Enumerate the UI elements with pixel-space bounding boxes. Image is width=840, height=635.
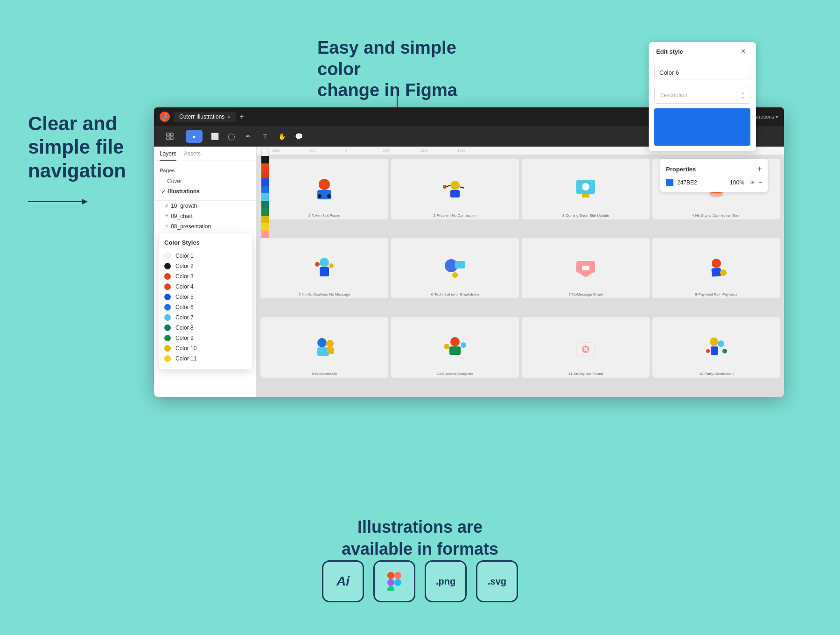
svg-point-39 [326, 340, 334, 347]
illustration-card[interactable]: 6-Technical error-Breakdown [391, 238, 519, 298]
properties-header: Properties + [666, 164, 762, 174]
arrow-line [28, 201, 84, 202]
svg-point-11 [318, 194, 322, 198]
color-name-input[interactable] [654, 66, 750, 79]
strip-color-11 [261, 223, 269, 231]
color-styles-panel: Color Styles Color 1 Color 2 Color 3 Col… [159, 233, 252, 369]
svg-point-53 [706, 349, 710, 353]
frame-tool-icon[interactable]: ⬜ [210, 132, 219, 141]
grid-tool-icon[interactable] [165, 132, 175, 141]
layer-08-presentation[interactable]: # 08_presentation [154, 221, 256, 232]
color-name-9: Color 9 [175, 335, 194, 341]
color-indicator[interactable] [666, 179, 673, 186]
eye-icon[interactable]: 👁 [750, 179, 756, 186]
svg-rect-55 [394, 572, 401, 579]
active-tab[interactable]: Cuterr Illustrations × [174, 112, 236, 122]
illustration-card[interactable]: 7-NoMessage-Email [522, 238, 650, 298]
tab-assets[interactable]: Assets [184, 150, 201, 161]
illustration-card[interactable]: 9-Worktone-Ok [260, 317, 388, 378]
color-row-3[interactable]: Color 3 [164, 271, 246, 282]
svg-line-17 [460, 187, 464, 188]
ai-label: Ai [336, 574, 350, 589]
layer-10-growth[interactable]: # 10_growth [154, 201, 256, 211]
select-tool[interactable]: ▸ [186, 130, 203, 143]
illustration-label: 8-Payment Fail- Pay error [695, 292, 738, 296]
illustration-card[interactable]: 12-Party-Celebration [652, 317, 780, 378]
illustration-label: 11-Empty-Not Found [568, 372, 603, 376]
illustration-card[interactable]: 10-Success-Complete [391, 317, 519, 378]
text-tool-icon[interactable]: T [260, 132, 270, 141]
hand-tool-icon[interactable]: ✋ [277, 132, 287, 141]
color-row-2[interactable]: Color 2 [164, 261, 246, 271]
color-row-6[interactable]: Color 6 [164, 302, 246, 312]
left-section: Clear and simple file navigation [28, 112, 126, 202]
color-row-8[interactable]: Color 8 [164, 323, 246, 333]
add-property-button[interactable]: + [757, 164, 762, 174]
color-row-1[interactable]: Color 1 [164, 251, 246, 261]
strip-color-1 [261, 148, 269, 156]
color-row-10[interactable]: Color 10 [164, 343, 246, 353]
color-swatch-9 [164, 335, 171, 341]
illustration-svg [702, 333, 730, 361]
illustration-card[interactable]: 2-Problem-No Connection [391, 159, 519, 219]
svg-marker-32 [579, 273, 593, 277]
page-cover[interactable]: Cover [154, 176, 256, 186]
svg-point-43 [444, 344, 449, 349]
format-badge-ai: Ai [322, 560, 364, 602]
left-arrow [28, 201, 126, 202]
illustration-card[interactable]: 3-Coming Soon-Site Update [522, 159, 650, 219]
color-row-9[interactable]: Color 9 [164, 333, 246, 343]
ruler-mark: 1000 [420, 148, 428, 153]
svg-point-30 [452, 272, 458, 278]
shape-tool-icon[interactable]: ◯ [227, 132, 236, 141]
layer-09-chart[interactable]: # 09_chart [154, 211, 256, 221]
color-swatch-2 [164, 263, 171, 269]
new-tab-button[interactable]: + [239, 113, 244, 121]
strip-color-9 [261, 208, 269, 216]
page-illustrations-label: Illustrations [168, 188, 200, 195]
svg-point-26 [315, 262, 320, 267]
color-styles-title: Color Styles [164, 239, 246, 246]
format-badge-svg: .svg [476, 560, 518, 602]
comment-tool-icon[interactable]: 💬 [294, 132, 303, 141]
tab-layers[interactable]: Layers [160, 150, 176, 161]
property-row: 247BE2 100% 👁 − [666, 179, 762, 186]
strip-color-4 [261, 171, 269, 178]
illustration-card[interactable]: 1-Token-Not Found [260, 159, 388, 219]
property-icons: 👁 − [750, 179, 762, 186]
figma-icon [385, 572, 404, 591]
color-row-5[interactable]: Color 5 [164, 292, 246, 302]
color-row-7[interactable]: Color 7 [164, 312, 246, 323]
edit-style-title: Edit style [656, 48, 683, 55]
svg-rect-6 [170, 133, 173, 136]
strip-color-5 [261, 178, 269, 186]
svg-point-51 [718, 340, 724, 347]
description-field[interactable]: Description ▲▼ [654, 87, 750, 104]
color-preview [654, 108, 750, 146]
close-icon[interactable]: × [741, 48, 749, 55]
illustration-card[interactable]: 11-Empty-Not Found [522, 317, 650, 378]
color-swatch-5 [164, 294, 171, 300]
page-illustrations[interactable]: ✓ Illustrations [154, 186, 256, 197]
color-swatch-3 [164, 273, 171, 280]
hex-value: 247BE2 [677, 179, 697, 186]
pen-tool-icon[interactable]: ✒ [244, 132, 253, 141]
description-placeholder: Description [659, 92, 687, 99]
color-swatch-10 [164, 345, 171, 352]
svg-point-41 [450, 337, 460, 346]
illustration-card[interactable]: 8-Payment Fail- Pay error [652, 238, 780, 298]
ruler-mark: -1000 [271, 148, 280, 153]
svg-point-19 [582, 183, 589, 190]
color-row-4[interactable]: Color 4 [164, 282, 246, 292]
color-name-5: Color 5 [175, 294, 194, 300]
color-swatch-7 [164, 314, 171, 321]
illustration-card[interactable]: 5-No Notifications-No Message [260, 238, 388, 298]
format-badge-figma [373, 560, 415, 602]
illustration-svg [572, 254, 600, 282]
figma-logo [160, 112, 170, 122]
tab-close-icon[interactable]: × [227, 114, 230, 120]
minus-icon[interactable]: − [758, 179, 762, 186]
color-row-11[interactable]: Color 11 [164, 353, 246, 364]
cursor-tool-icon[interactable]: ▸ [189, 132, 199, 141]
svg-rect-8 [170, 137, 173, 140]
